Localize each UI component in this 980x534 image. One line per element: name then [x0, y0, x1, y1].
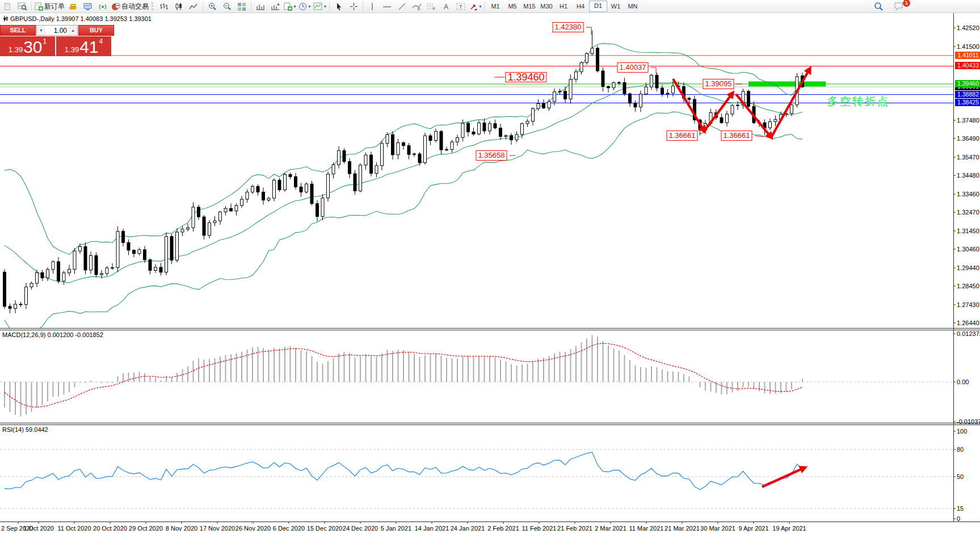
vertical-line-tool[interactable] — [365, 1, 380, 12]
price-tick-label: 1.30460 — [957, 246, 979, 253]
zoom-in-icon[interactable] — [205, 1, 220, 12]
date-tick-label: 8 Nov 2020 — [166, 525, 197, 532]
chart-list-icon[interactable] — [0, 1, 15, 12]
buy-price-small: 1.39 — [65, 44, 79, 56]
svg-text:F: F — [433, 7, 435, 11]
chevron-down-icon[interactable]: ▾ — [324, 4, 326, 9]
chevron-down-icon[interactable]: ▾ — [293, 4, 296, 9]
date-tick-label: 11 Oct 2020 — [57, 525, 91, 532]
text-label-tool[interactable]: T — [453, 1, 468, 12]
price-tick-label: 1.34480 — [957, 172, 979, 179]
chart-preview-icon[interactable] — [15, 1, 30, 12]
date-tick-label: 26 Nov 2020 — [235, 525, 271, 532]
mt4-window: 新订单 自动交易 ▾ ▾ ▾ E F A T ▾ M — [0, 0, 980, 534]
chart-shift-icon[interactable] — [268, 1, 283, 12]
line-chart-type-icon[interactable] — [186, 1, 201, 12]
candle-chart-type-icon[interactable] — [171, 1, 186, 12]
price-tick-label: 1.41500 — [957, 43, 979, 50]
cursor-tool-icon[interactable] — [331, 1, 346, 12]
price-tick-label: 1.42520 — [957, 24, 979, 31]
rsi-tick-label: 15 — [957, 505, 964, 512]
text-tool[interactable]: A — [439, 1, 453, 12]
tile-windows-icon[interactable] — [234, 1, 249, 12]
signal-icon[interactable] — [95, 1, 110, 12]
date-tick-label: 21 Feb 2021 — [557, 525, 592, 532]
date-tick-label: 6 Dec 2020 — [273, 525, 305, 532]
timeframe-d1[interactable]: D1 — [589, 1, 607, 12]
gold-icon[interactable] — [66, 1, 81, 12]
date-tick-label: 5 Jan 2021 — [381, 525, 411, 532]
rsi-tick-label: 50 — [957, 473, 964, 480]
date-tick-label: 15 Dec 2020 — [307, 525, 342, 532]
price-tick-label: 1.27430 — [957, 301, 979, 308]
crosshair-tool-icon[interactable] — [346, 1, 361, 12]
timeframe-m1[interactable]: M1 — [487, 1, 504, 11]
svg-text:E: E — [418, 7, 420, 11]
price-tick-label: 1.37480 — [957, 117, 979, 124]
fibonacci-tool[interactable]: F — [424, 1, 439, 12]
date-tick-label: 14 Jan 2021 — [415, 525, 449, 532]
svg-text:T: T — [459, 4, 462, 10]
zoom-out-icon[interactable] — [220, 1, 234, 12]
price-annotation: 1.35658 — [476, 150, 507, 161]
equidistant-channel-tool[interactable]: E — [409, 1, 424, 12]
date-tick-label: 19 Apr 2021 — [772, 525, 806, 532]
date-tick-label: 24 Dec 2020 — [343, 525, 378, 532]
search-icon[interactable] — [871, 1, 886, 12]
price-level-label: 1.39460 — [955, 80, 980, 87]
price-annotation: 1.39095 — [703, 79, 734, 89]
time-axis-line — [0, 522, 980, 522]
timeframe-w1[interactable]: W1 — [607, 1, 624, 11]
timeframe-m5[interactable]: M5 — [504, 1, 521, 11]
date-tick-label: 17 Nov 2020 — [200, 525, 235, 532]
volume-increase-button[interactable]: ▲ — [69, 26, 77, 35]
price-level-label: 1.38425 — [955, 99, 980, 106]
date-tick-label: 30 Mar 2021 — [700, 525, 735, 532]
chart-canvas[interactable] — [0, 0, 980, 534]
volume-stepper: ▼ ▲ — [36, 25, 78, 36]
price-tick-label: 1.36490 — [957, 135, 979, 142]
buy-price-pip: 4 — [99, 38, 103, 45]
timeframe-m15[interactable]: M15 — [521, 1, 538, 11]
date-tick-label: 11 Mar 2021 — [629, 525, 664, 532]
price-annotation: 1.36661 — [667, 131, 698, 141]
sell-price-box[interactable]: 1.39 30 1 — [0, 36, 55, 56]
new-order-label: 新订单 — [44, 2, 65, 11]
macd-tick-label: 0.012372 — [957, 330, 980, 337]
symbol-period-label: GBPUSD-,Daily — [10, 15, 54, 22]
chart-title: GBPUSD-,Daily 1.39907 1.40083 1.39253 1.… — [3, 15, 152, 22]
horizontal-line-tool[interactable] — [380, 1, 394, 12]
volume-decrease-button[interactable]: ▼ — [37, 26, 45, 35]
panel-separator[interactable] — [0, 328, 980, 330]
price-tick-label: 1.28450 — [957, 283, 979, 289]
panel-separator[interactable] — [0, 423, 980, 425]
buy-button[interactable]: BUY — [78, 25, 114, 36]
auto-arrange-icon[interactable] — [253, 1, 268, 12]
notifications-button[interactable]: 1 — [891, 1, 906, 12]
period-clock-button[interactable]: ▾ — [297, 1, 312, 12]
price-annotation: 1.36661 — [721, 131, 752, 141]
timeframe-h4[interactable]: H4 — [572, 1, 589, 11]
date-tick-label: 1 Oct 2020 — [23, 525, 54, 532]
chevron-down-icon[interactable]: ▾ — [308, 4, 310, 9]
sell-button[interactable]: SELL — [0, 25, 36, 36]
chevron-down-icon[interactable]: ▾ — [480, 4, 482, 9]
template-button[interactable]: ▾ — [312, 1, 327, 12]
price-tick-label: 1.32470 — [957, 209, 979, 216]
svg-text:A: A — [444, 3, 448, 11]
arrows-tool[interactable]: ▾ — [468, 1, 483, 12]
price-tick-label: 1.31450 — [957, 228, 979, 234]
timeframe-m30[interactable]: M30 — [538, 1, 555, 11]
bar-chart-type-icon[interactable] — [157, 1, 171, 12]
buy-price-box[interactable]: 1.39 41 4 — [56, 36, 111, 56]
terminal-icon[interactable] — [81, 1, 95, 12]
sell-price-pip: 1 — [43, 38, 47, 45]
timeframe-mn[interactable]: MN — [624, 1, 641, 11]
autotrading-button[interactable]: 自动交易 — [110, 1, 150, 12]
price-tick-label: 1.29440 — [957, 264, 979, 271]
add-indicator-button[interactable]: ▾ — [283, 1, 297, 12]
trendline-tool[interactable] — [394, 1, 409, 12]
timeframe-h1[interactable]: H1 — [555, 1, 572, 11]
volume-input[interactable] — [45, 26, 69, 35]
new-order-button[interactable]: 新订单 — [33, 1, 66, 12]
